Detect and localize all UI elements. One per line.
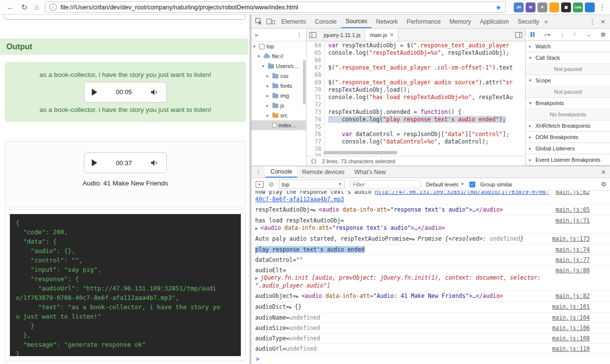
console-source-link[interactable]: main.js:65 [556, 206, 590, 214]
step-button[interactable]: → [585, 31, 591, 38]
console-prompt[interactable]: > [251, 354, 610, 364]
tree-expanded-icon[interactable]: ▾ [262, 64, 266, 69]
debugger-section-header-scope[interactable]: ▾Scope [526, 75, 610, 86]
line-number[interactable]: 78 [306, 146, 325, 153]
line-number[interactable]: 75 [306, 123, 325, 131]
devtools-tab-performance[interactable]: Performance [402, 15, 445, 28]
pause-button[interactable] [531, 32, 534, 37]
log-levels-selector[interactable]: Default levels ▼ [426, 182, 464, 187]
devtools-tab-application[interactable]: Application [475, 15, 513, 28]
devtools-tab-network[interactable]: Network [372, 15, 402, 28]
debugger-section-header-global-listeners[interactable]: ▸Global Listeners [526, 143, 610, 154]
drawer-tab-remote-devices[interactable]: Remote devices [297, 166, 349, 178]
close-icon[interactable]: × [390, 32, 393, 38]
page-info-icon[interactable]: i [49, 3, 57, 11]
console-source-link[interactable]: main.js:71 [556, 217, 590, 224]
tree-collapsed-icon[interactable]: ▸ [267, 113, 270, 118]
more-tabs-icon[interactable]: » [544, 18, 548, 25]
browser-menu-icon[interactable]: ⋮ [599, 3, 606, 12]
toggle-debugger-icon[interactable] [512, 29, 525, 41]
code-lines[interactable]: 64var respTextAudioObj = $(".response_te… [306, 42, 525, 156]
line-number[interactable]: 77 [306, 138, 325, 146]
line-number[interactable]: 73 [306, 109, 325, 116]
home-icon[interactable]: ⌂ [35, 3, 39, 11]
console-source-link[interactable]: main.js:104 [552, 314, 590, 322]
expand-triangle-icon[interactable]: ▶ [255, 276, 261, 281]
file-tab-main-js[interactable]: main.js× [365, 29, 398, 41]
devtools-tab-security[interactable]: Security [513, 15, 543, 28]
response-audio-player[interactable]: 00:05 [84, 82, 167, 103]
play-icon[interactable] [92, 89, 97, 96]
play-icon[interactable] [92, 159, 97, 166]
expand-triangle-icon[interactable]: ▶ [313, 208, 319, 213]
inspect-element-icon[interactable] [255, 18, 263, 25]
navigator-item-file[interactable]: ▾file:// [251, 51, 306, 61]
devtools-tab-memory[interactable]: Memory [445, 15, 475, 28]
debugger-section-header-event-listener-breakpoints[interactable]: ▸Event Listener Breakpoints [526, 154, 610, 165]
navigator-more-tabs-icon[interactable]: » [255, 31, 258, 38]
navigator-item-img[interactable]: ▸img [251, 91, 306, 101]
deactivate-breakpoints-button[interactable]: ⊘ [601, 31, 606, 38]
extension-icon-6[interactable]: CORS [573, 2, 583, 12]
bookmark-star-icon[interactable]: ★ [495, 3, 501, 11]
console-source-link[interactable]: main.js:108 [552, 335, 590, 342]
navigator-item-fonts[interactable]: ▸fonts [251, 81, 306, 91]
devtools-tab-elements[interactable]: Elements [277, 15, 310, 28]
console-source-link[interactable]: main.js:110 [552, 345, 590, 353]
console-sidebar-icon[interactable]: ▸ [256, 181, 264, 188]
navigator-item-css[interactable]: ▸css [251, 71, 306, 81]
line-number[interactable]: 67 [306, 64, 325, 72]
navigator-item-src[interactable]: ▸src [251, 110, 306, 120]
console-settings-gear-icon[interactable]: ⚙ [601, 181, 607, 188]
line-number[interactable]: 72 [306, 101, 325, 109]
tree-expanded-icon[interactable]: ▾ [253, 44, 257, 49]
debugger-section-header-call-stack[interactable]: ▾Call Stack [526, 52, 610, 63]
debugger-section-header-dom-breakpoints[interactable]: ▸DOM Breakpoints [526, 132, 610, 143]
console-source-link[interactable]: main.js:101 [552, 303, 590, 311]
navigator-menu-icon[interactable]: ⋮ [296, 31, 303, 38]
console-source-link[interactable]: main.js:77 [556, 256, 590, 264]
console-source-link[interactable]: main.js:80 [556, 267, 590, 274]
console-source-link[interactable]: main.js:173 [552, 235, 590, 243]
expand-triangle-icon[interactable]: ▶ [289, 305, 295, 310]
devtools-tab-console[interactable]: Console [310, 15, 341, 28]
line-number[interactable]: 76 [306, 131, 325, 138]
tree-collapsed-icon[interactable]: ▸ [267, 73, 270, 78]
drawer-tab-what-s-new[interactable]: What's New [349, 166, 391, 178]
line-number[interactable]: 69 [306, 79, 325, 86]
debugger-section-header-xhr-fetch-breakpoints[interactable]: ▸XHR/fetch Breakpoints [526, 120, 610, 131]
clear-console-icon[interactable]: ⊘ [268, 181, 274, 188]
console-source-link[interactable]: main.js:74 [556, 246, 590, 254]
tree-expanded-icon[interactable]: ▾ [258, 54, 262, 59]
navigator-scrollbar[interactable] [303, 60, 305, 105]
extension-icon-5[interactable]: ▦ [561, 2, 571, 12]
step-over-button[interactable] [544, 32, 551, 37]
drawer-menu-icon[interactable]: ⋮ [251, 168, 266, 176]
line-number[interactable]: 74 [306, 116, 325, 123]
line-number[interactable]: 70 [306, 86, 325, 94]
console-filter-input[interactable] [350, 180, 421, 188]
extension-icon-2[interactable]: W [526, 2, 535, 12]
line-number[interactable]: 65 [306, 49, 325, 57]
group-similar-checkbox[interactable]: ✓ [469, 182, 475, 187]
console-source-link[interactable]: main.js:106 [552, 325, 590, 332]
navigator-item-index[interactable]: index… [251, 120, 306, 130]
tree-collapsed-icon[interactable]: ▸ [267, 93, 270, 98]
step-into-button[interactable]: ↓ [561, 31, 564, 38]
drawer-tab-console[interactable]: Console [266, 166, 297, 178]
url-text[interactable]: file:///Users/crifan/dev/dev_root/compan… [61, 4, 298, 11]
navigator-item-users-c[interactable]: ▾Users/c… [251, 61, 306, 71]
debugger-section-header-breakpoints[interactable]: ▾Breakpoints [526, 98, 610, 109]
file-tab-jquery-1-11-1-js[interactable]: jquery-1.11.1.js [319, 29, 365, 41]
extension-icon-1[interactable]: JH [514, 2, 524, 12]
expand-triangle-icon[interactable]: ▶ [296, 294, 302, 299]
toggle-navigator-icon[interactable] [306, 29, 319, 41]
expand-triangle-icon[interactable]: ▶ [255, 226, 261, 231]
reload-icon[interactable]: ↻ [21, 3, 28, 12]
devtools-menu-icon[interactable]: ⋮ [585, 18, 600, 26]
extension-icon-4[interactable] [549, 2, 559, 12]
step-out-button[interactable]: ↑ [573, 31, 576, 38]
tree-collapsed-icon[interactable]: ▸ [267, 83, 270, 88]
back-icon[interactable]: ← [7, 3, 14, 11]
line-number[interactable]: 64 [306, 42, 325, 49]
